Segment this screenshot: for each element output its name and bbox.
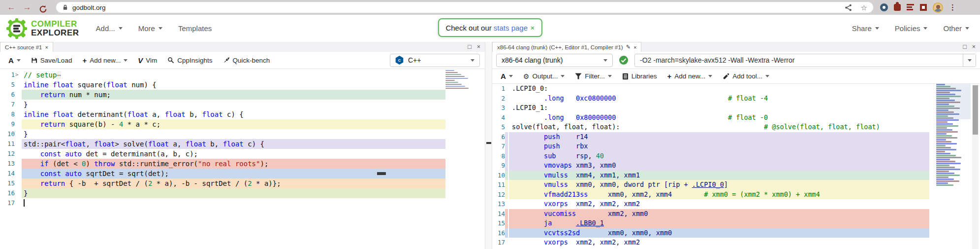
pane-splitter[interactable] xyxy=(485,42,492,249)
asm-line-11[interactable]: 11 vmulss xmm0, xmm0, dword ptr [rip + .… xyxy=(492,180,980,190)
asm-line-8[interactable]: 8 sub rsp, 40 xyxy=(492,151,980,161)
code-text: vcvtss2sd xmm0, xmm0, xmm0 xyxy=(508,228,929,238)
source-line-8[interactable]: 8inline float determinant(float a, float… xyxy=(0,109,485,119)
toast-close-icon[interactable]: × xyxy=(531,24,535,32)
font-size-button[interactable]: A xyxy=(496,70,517,82)
tab-compiler-1[interactable]: x86-64 clang (trunk) (C++, Editor #1, Co… xyxy=(492,42,641,52)
puzzle-extension-icon[interactable] xyxy=(894,4,901,11)
add-new-button[interactable]: + Add new... xyxy=(663,70,717,82)
source-line-5[interactable]: 5inline float square(float num) { xyxy=(0,80,485,90)
source-line-9[interactable]: 9 return square(b) - 4 * a * c; xyxy=(0,119,485,129)
tab-close-icon[interactable]: × xyxy=(45,44,48,50)
asm-line-17[interactable]: 17 vxorps xmm2, xmm2, xmm2 xyxy=(492,238,980,248)
asm-line-13[interactable]: 13 vxorps xmm2, xmm2, xmm2 xyxy=(492,199,980,209)
output-button[interactable]: ⚙ Output... xyxy=(519,71,569,82)
menu-policies[interactable]: Policies xyxy=(895,24,928,33)
music-list-extension-icon[interactable] xyxy=(907,4,914,11)
rename-tab-icon[interactable]: ✎ xyxy=(626,44,631,50)
asm-minimap[interactable] xyxy=(936,84,971,249)
source-line-11[interactable]: 11std::pair<float, float> solve(float a,… xyxy=(0,139,485,149)
minimap-line xyxy=(936,145,946,146)
maximize-pane-icon[interactable]: □ xyxy=(468,43,472,50)
stats-page-link[interactable]: stats page xyxy=(494,24,528,32)
splitter-grip[interactable] xyxy=(486,142,491,144)
source-line-10[interactable]: 10} xyxy=(0,129,485,139)
compiler-options-input[interactable]: -O2 -march=skylake-avx512 -Wall -Wextra … xyxy=(634,54,976,67)
source-line-1[interactable]: 1>// setup⋯ xyxy=(0,70,485,80)
code-text: // setup⋯ xyxy=(22,70,445,80)
asm-line-3[interactable]: 3.LCPI0_1: xyxy=(492,103,980,113)
menu-other[interactable]: Other xyxy=(943,24,969,33)
minimap-viewport[interactable] xyxy=(936,84,971,119)
asm-line-10[interactable]: 10 vmulss xmm4, xmm1, xmm1 xyxy=(492,171,980,180)
vim-button[interactable]: V Vim xyxy=(133,54,161,67)
source-line-13[interactable]: 13 if (det < 0) throw std::runtime_error… xyxy=(0,159,485,169)
square-extension-icon[interactable] xyxy=(920,4,927,11)
asm-line-12[interactable]: 12 vfmadd213ss xmm0, xmm2, xmm4 # xmm0 =… xyxy=(492,190,980,200)
source-editor[interactable]: 1>// setup⋯5inline float square(float nu… xyxy=(0,69,485,249)
add-tool-button[interactable]: Add tool... xyxy=(718,71,774,82)
menu-share[interactable]: Share xyxy=(852,24,879,33)
libraries-button[interactable]: Libraries xyxy=(618,71,662,82)
source-line-12[interactable]: 12 const auto det = determinant(a, b, c)… xyxy=(0,149,485,159)
options-dropdown-button[interactable] xyxy=(963,54,976,67)
quick-bench-button[interactable]: Quick-bench xyxy=(219,55,275,66)
password-manager-extension-icon[interactable] xyxy=(880,3,888,11)
close-pane-icon[interactable]: × xyxy=(972,43,976,50)
close-pane-icon[interactable]: × xyxy=(477,43,480,50)
source-line-6[interactable]: 6 return num * num; xyxy=(0,90,485,100)
tab-cpp-source-1[interactable]: C++ source #1 × xyxy=(0,42,53,52)
filter-button[interactable]: Filter... xyxy=(570,71,616,82)
cppinsights-button[interactable]: CppInsights xyxy=(163,55,217,66)
add-new-button[interactable]: + Add new... xyxy=(78,54,132,67)
source-line-15[interactable]: 15 return { -b + sqrtDet / (2 * a), -b -… xyxy=(0,178,485,188)
vim-icon: V xyxy=(138,56,143,65)
asm-line-4[interactable]: 4 .long 0x80000000 # float -0 xyxy=(492,113,980,123)
asm-line-1[interactable]: 1.LCPI0_0: xyxy=(492,84,980,94)
line-decoration xyxy=(15,109,22,119)
font-size-button[interactable]: A xyxy=(4,54,25,67)
browser-menu-icon[interactable]: ⋮ xyxy=(949,3,956,12)
cpp-logo-icon: C xyxy=(395,56,404,65)
browser-reload-icon[interactable] xyxy=(36,2,49,13)
asm-line-7[interactable]: 7 push rbx xyxy=(492,142,980,151)
browser-back-icon[interactable]: ← xyxy=(5,0,18,15)
tab-close-icon[interactable]: × xyxy=(633,44,636,50)
compiler-explorer-logo[interactable]: COMPILER EXPLORER xyxy=(6,18,79,39)
source-line-14[interactable]: 14 const auto sqrtDet = sqrt(det); xyxy=(0,169,485,178)
fold-chevron-icon[interactable]: > xyxy=(15,70,19,80)
chevron-down-icon xyxy=(119,27,123,30)
line-number: 1 xyxy=(492,84,505,94)
menu-templates[interactable]: Templates xyxy=(178,24,212,33)
asm-line-15[interactable]: 15 ja .LBB0_1 xyxy=(492,218,980,228)
source-minimap[interactable] xyxy=(445,70,474,249)
code-text: sub rsp, 40 xyxy=(508,151,929,161)
minimap-line xyxy=(936,163,961,164)
source-line-16[interactable]: 16} xyxy=(0,188,485,198)
profile-avatar[interactable] xyxy=(933,2,943,13)
asm-line-16[interactable]: 16 vcvtss2sd xmm0, xmm0, xmm0 xyxy=(492,228,980,238)
browser-forward-icon[interactable]: → xyxy=(21,0,33,15)
address-bar[interactable]: godbolt.org ☆ xyxy=(56,2,873,13)
asm-scrollbar[interactable] xyxy=(972,84,979,249)
scrollbar-thumb[interactable] xyxy=(973,85,978,135)
menu-more[interactable]: More xyxy=(138,24,162,33)
asm-line-2[interactable]: 2 .long 0xc0800000 # float -4 xyxy=(492,94,980,104)
editor-drag-handle[interactable] xyxy=(377,172,386,175)
menu-add[interactable]: Add... xyxy=(96,24,123,33)
asm-line-5[interactable]: 5solve(float, float, float): # @solve(fl… xyxy=(492,122,980,132)
asm-output-editor[interactable]: 1.LCPI0_0:2 .long 0xc0800000 # float -43… xyxy=(492,84,980,249)
save-load-button[interactable]: Save/Load xyxy=(27,55,77,66)
share-icon[interactable] xyxy=(845,4,852,11)
compiler-select[interactable]: x86-64 clang (trunk) xyxy=(496,54,613,67)
asm-line-18[interactable]: 18 vucomisd xmm0, xmm2 xyxy=(492,248,980,249)
source-line-17[interactable]: 17 xyxy=(0,198,485,208)
bookmark-star-icon[interactable]: ☆ xyxy=(861,4,867,11)
source-line-7[interactable]: 7} xyxy=(0,100,485,109)
asm-line-14[interactable]: 14 vucomiss xmm2, xmm0 xyxy=(492,209,980,219)
maximize-pane-icon[interactable]: □ xyxy=(963,43,967,50)
asm-line-6[interactable]: 6 push r14 xyxy=(492,132,980,142)
language-select[interactable]: C C++ xyxy=(390,54,480,67)
gear-logo-icon xyxy=(6,18,28,39)
asm-line-9[interactable]: 9 vmovaps xmm3, xmm0 xyxy=(492,161,980,171)
